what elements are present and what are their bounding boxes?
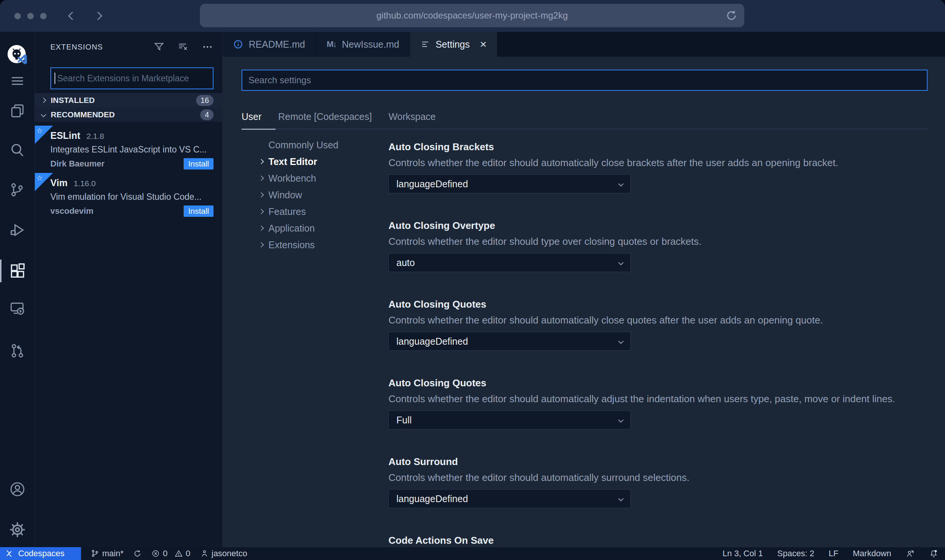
section-installed[interactable]: INSTALLED 16 — [35, 93, 222, 107]
chevron-right-icon — [259, 159, 264, 164]
feedback-icon[interactable] — [906, 549, 915, 558]
more-actions-icon[interactable] — [202, 41, 213, 53]
maximize-window-button[interactable] — [40, 13, 47, 19]
recommended-ribbon-icon: ☆ — [35, 126, 53, 144]
activity-bar — [0, 32, 35, 547]
settings-editor: User Remote [Codespaces] Workspace Commo… — [223, 57, 945, 547]
warnings-icon — [175, 549, 183, 558]
tab-newissue[interactable]: M↓ NewIssue.md — [316, 32, 410, 57]
chevron-right-icon — [259, 192, 264, 198]
recommended-count-badge: 4 — [200, 109, 214, 120]
settings-toc: Commonly Used Text Editor Workbench Wind… — [242, 137, 388, 547]
setting-entry: Auto Closing Quotes Controls whether the… — [388, 299, 928, 351]
scope-tab-workspace[interactable]: Workspace — [388, 111, 436, 122]
scope-tabs-divider — [242, 129, 928, 129]
setting-entry: Auto Closing Brackets Controls whether t… — [388, 141, 928, 193]
source-control-icon[interactable] — [0, 181, 35, 199]
branch-indicator[interactable]: main* — [91, 549, 123, 558]
cursor-position[interactable]: Ln 3, Col 1 — [723, 549, 763, 558]
person-icon — [200, 549, 209, 558]
markdown-icon: M↓ — [327, 39, 336, 49]
install-button[interactable]: Install — [184, 205, 214, 217]
reload-icon[interactable] — [725, 9, 738, 22]
browser-window: github.com/codespaces/user-my-project-mg… — [0, 0, 945, 560]
minimize-window-button[interactable] — [27, 13, 34, 19]
info-icon — [233, 39, 243, 49]
extensions-search-input[interactable] — [55, 73, 213, 84]
settings-search-input[interactable] — [248, 75, 921, 86]
toc-workbench[interactable]: Workbench — [242, 170, 388, 187]
extensions-icon[interactable] — [0, 262, 35, 280]
settings-search[interactable] — [242, 70, 928, 91]
scope-tab-user[interactable]: User — [242, 111, 262, 122]
setting-entry: Code Actions On Save — [388, 535, 928, 546]
github-codespaces-logo — [0, 43, 35, 67]
chevron-down-icon — [618, 496, 624, 501]
github-pr-icon[interactable] — [0, 342, 35, 360]
errors-icon — [151, 549, 160, 558]
settings-gear-icon[interactable] — [0, 521, 35, 539]
settings-entries: Auto Closing Brackets Controls whether t… — [388, 137, 928, 547]
settings-editor-icon — [421, 40, 430, 49]
setting-select[interactable]: Full — [388, 411, 631, 429]
clear-filter-icon[interactable] — [178, 41, 189, 53]
setting-select[interactable]: languageDefined — [388, 332, 631, 351]
extensions-search[interactable] — [50, 67, 214, 89]
tab-readme[interactable]: README.md — [223, 32, 316, 57]
toc-features[interactable]: Features — [242, 203, 388, 220]
extension-item-eslint[interactable]: ☆ ESLint 2.1.8 Integrates ESLint JavaScr… — [35, 126, 222, 172]
chevron-right-icon — [259, 226, 264, 231]
sync-indicator[interactable] — [133, 549, 142, 558]
problems-indicator[interactable]: 0 0 — [151, 549, 190, 558]
remote-explorer-icon[interactable] — [0, 300, 35, 318]
section-recommended[interactable]: RECOMMENDED 4 — [35, 107, 222, 122]
setting-select[interactable]: languageDefined — [388, 489, 631, 508]
chevron-down-icon — [618, 339, 624, 344]
toc-extensions[interactable]: Extensions — [242, 236, 388, 253]
chevron-down-icon — [41, 112, 46, 117]
toc-text-editor[interactable]: Text Editor — [242, 153, 388, 170]
setting-entry: Auto Closing Overtype Controls whether t… — [388, 220, 928, 272]
chevron-down-icon — [618, 260, 624, 265]
chevron-down-icon — [618, 181, 624, 187]
chevron-right-icon — [259, 176, 264, 181]
run-debug-icon[interactable] — [0, 221, 35, 239]
toc-application[interactable]: Application — [242, 220, 388, 236]
installed-count-badge: 16 — [196, 95, 214, 106]
menu-icon[interactable] — [0, 72, 35, 90]
editor-tab-bar: README.md M↓ NewIssue.md Settings × — [223, 32, 945, 57]
setting-entry: Auto Closing Quotes Controls whether the… — [388, 377, 928, 429]
sidebar-title: EXTENSIONS — [50, 43, 153, 51]
url-bar[interactable]: github.com/codespaces/user-my-project-mg… — [200, 4, 744, 27]
filter-icon[interactable] — [153, 41, 165, 53]
user-indicator[interactable]: jasonetco — [200, 549, 247, 558]
tab-settings[interactable]: Settings × — [410, 32, 497, 57]
branch-icon — [91, 549, 99, 558]
eol-indicator[interactable]: LF — [829, 549, 839, 558]
toc-window[interactable]: Window — [242, 187, 388, 203]
extensions-sidebar: EXTENSIONS — [35, 32, 223, 547]
install-button[interactable]: Install — [184, 158, 214, 170]
explorer-icon[interactable] — [0, 102, 35, 120]
chevron-right-icon — [259, 209, 264, 214]
back-icon[interactable] — [68, 12, 77, 20]
chevron-down-icon — [618, 417, 624, 423]
search-icon[interactable] — [0, 142, 35, 160]
notifications-bell-icon[interactable] — [929, 549, 938, 558]
setting-select[interactable]: auto — [388, 253, 631, 272]
chevron-right-icon — [259, 242, 264, 247]
close-icon[interactable]: × — [480, 39, 487, 50]
indentation[interactable]: Spaces: 2 — [777, 549, 814, 558]
setting-select[interactable]: languageDefined — [388, 174, 631, 193]
extension-item-vim[interactable]: ☆ Vim 1.16.0 Vim emulation for Visual St… — [35, 173, 222, 219]
remote-icon — [5, 549, 14, 558]
codespaces-remote-button[interactable]: Codespaces — [0, 547, 81, 560]
close-window-button[interactable] — [14, 13, 21, 19]
scope-tab-remote[interactable]: Remote [Codespaces] — [278, 111, 372, 122]
account-icon[interactable] — [0, 480, 35, 498]
forward-icon[interactable] — [94, 12, 103, 20]
status-bar: Codespaces main* 0 0 — [0, 547, 945, 560]
toc-commonly-used[interactable]: Commonly Used — [242, 137, 388, 153]
language-mode[interactable]: Markdown — [853, 549, 891, 558]
browser-chrome: github.com/codespaces/user-my-project-mg… — [0, 0, 945, 32]
